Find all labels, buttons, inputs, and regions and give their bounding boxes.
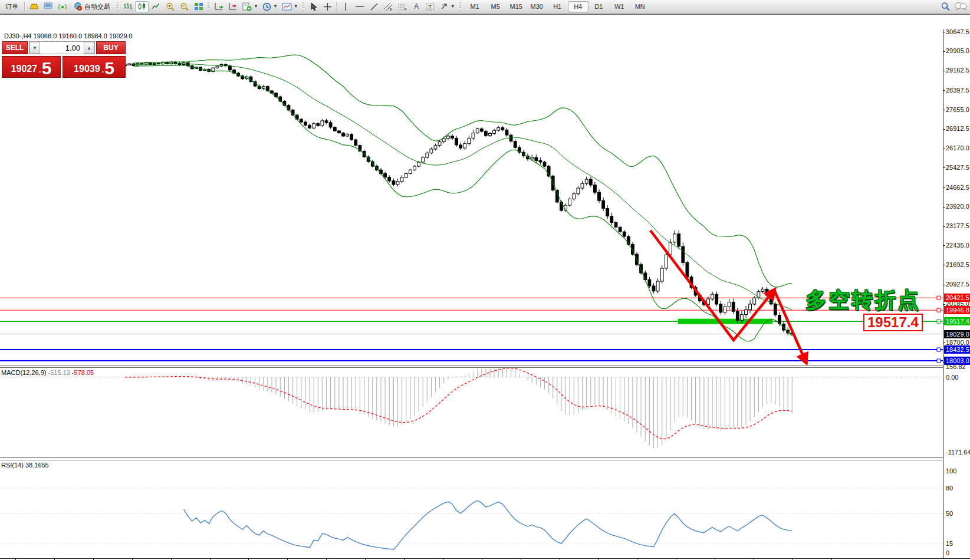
price-axis[interactable]: 30647.529905.029162.528397.527655.026912… [943,29,970,560]
tile-windows-icon[interactable] [192,1,205,12]
main-chart-canvas[interactable] [0,29,943,365]
rsi-axis-label: 80 [946,485,953,492]
deposit-icon[interactable] [27,1,41,12]
timeframe-button-M1[interactable]: M1 [465,1,485,12]
line-handle[interactable] [937,308,941,312]
new-order-button[interactable]: 订单 [1,1,22,12]
macd-axis-label: 0.00 [946,374,958,381]
timeframe-button-D1[interactable]: D1 [588,1,609,12]
price-callout-label[interactable]: 19517.4 [863,314,923,331]
line-chart-mode-icon[interactable] [149,1,163,12]
rsi-pane-canvas[interactable] [0,460,943,558]
timeframe-button-H1[interactable]: H1 [547,1,568,12]
timeframe-button-W1[interactable]: W1 [609,1,630,12]
auto-scroll-icon[interactable] [212,1,225,12]
chart-shift-icon[interactable] [226,1,239,12]
ohlc-bars-icon [123,2,132,11]
toolbar-drag-handle[interactable] [208,2,209,11]
pointer-arrow-icon [310,2,317,11]
timeframe-button-H4[interactable]: H4 [568,1,588,12]
zoom-out-icon[interactable] [177,1,191,12]
new-chart-icon [242,2,252,11]
sell-price-dot: . [39,66,41,74]
timeframe-button-MN[interactable]: MN [630,1,650,12]
bollinger-lower-band [133,65,792,341]
volume-increase-button[interactable]: ▲ [84,42,94,54]
y-axis-tickmark [943,187,945,188]
bar-chart-mode-icon[interactable] [121,1,134,12]
timeframe-button-M5[interactable]: M5 [485,1,506,12]
macd-axis-label: 156.82 [946,363,966,370]
y-axis-tickmark [943,265,945,265]
sell-price-panel[interactable]: 19027.5 [2,56,61,78]
line-handle[interactable] [937,359,941,363]
sell-price-pip: 5 [42,61,52,76]
chat-icon[interactable] [954,2,967,11]
buy-button[interactable]: BUY [96,41,126,54]
price-marker-label: 19517.4 [944,317,970,325]
buy-price-dot: . [102,66,104,74]
line-handle[interactable] [937,296,941,299]
text-tool[interactable]: A [410,1,423,12]
candlestick-icon [137,2,146,11]
toolbar-drag-handle[interactable] [302,2,304,11]
svg-text:T: T [429,4,432,10]
volume-stepper: ▼ 1.00 ▲ [29,41,95,54]
buy-price-pip: 5 [104,61,114,76]
dropdown-caret-icon: ▼ [273,4,278,9]
fibonacci-tool[interactable]: F [396,1,409,12]
vertical-line-tool[interactable] [339,1,353,12]
zoom-in-icon[interactable] [163,1,177,12]
y-axis-tickmark [943,51,945,52]
terminal-icon[interactable] [41,1,55,12]
candlestick-mode-icon[interactable] [135,1,149,12]
autotrading-button[interactable]: 自动交易 [70,1,114,12]
timeframe-button-M30[interactable]: M30 [527,1,547,12]
rsi-axis-label: 100 [946,467,956,475]
new-chart-dropdown[interactable]: ▼ [240,1,260,12]
toolbar-drag-handle[interactable] [459,2,461,11]
crosshair-icon[interactable] [321,1,334,12]
y-axis-tick-label: 21692.5 [946,261,969,268]
trendline-tool[interactable] [367,1,381,12]
horizontal-line-tool[interactable] [353,1,367,12]
y-axis-tick-label: 22435.0 [946,242,969,249]
timeframe-button-M15[interactable]: M15 [506,1,527,12]
magnifier-minus-icon [180,2,189,11]
y-axis-tickmark [943,226,945,227]
search-icon[interactable] [941,2,951,11]
toolbar: 订单 自动交易 [0,0,970,14]
macd-signal-value: -578.05 [72,369,94,376]
equidistant-channel-tool[interactable]: E [382,1,395,12]
toolbar-drag-handle[interactable] [117,2,119,11]
text-label-tool[interactable]: T [424,1,438,12]
line-handle[interactable] [937,319,941,323]
rsi-line [184,500,793,549]
periods-dropdown[interactable]: ▼ [261,1,280,12]
arrows-dropdown[interactable]: ▼ [438,1,457,12]
axis-green-arrow-icon [214,2,223,11]
macd-pane-canvas[interactable] [0,368,943,457]
y-axis-tickmark [943,149,945,149]
price-marker-label: 19946.8 [944,306,970,314]
rsi-label: RSI(14) 38.1655 [1,462,49,469]
cursor-icon[interactable] [307,1,320,12]
text-A-icon: A [414,2,419,11]
volume-decrease-button[interactable]: ▼ [29,42,40,54]
templates-dropdown[interactable]: ▼ [280,1,300,12]
buy-price-panel[interactable]: 19039.5 [63,56,126,78]
buy-price-main: 19039 [74,64,100,74]
line-chart-icon [152,2,160,11]
bollinger-middle-band [133,64,792,309]
support-zone-bar[interactable] [678,319,772,324]
axis-red-arrow-icon [228,2,238,11]
sell-button[interactable]: SELL [2,41,28,54]
toolbar-separator [24,2,25,11]
y-axis-tick-label: 29162.5 [946,67,969,74]
line-handle[interactable] [937,348,941,351]
signal-icon[interactable] [55,1,69,12]
y-axis-tickmark [943,167,945,168]
y-axis-tickmark [943,304,945,305]
trend-arrow-down[interactable] [774,290,806,363]
volume-value[interactable]: 1.00 [40,42,84,54]
